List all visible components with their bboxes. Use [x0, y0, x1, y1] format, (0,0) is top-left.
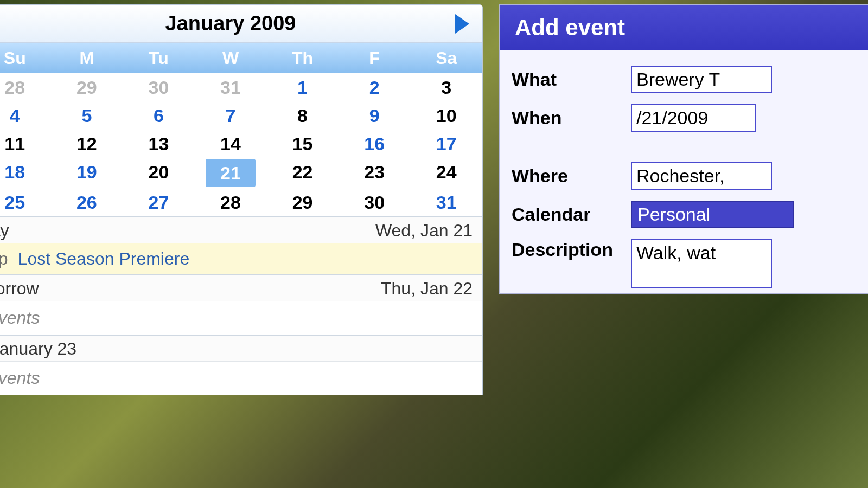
date-cell[interactable]: 18: [0, 158, 51, 186]
date-cell[interactable]: 28: [0, 73, 51, 101]
date-cell[interactable]: 11: [0, 130, 51, 158]
agenda-section-header: morrowThu, Jan 22: [0, 274, 482, 301]
date-cell[interactable]: 14: [195, 130, 267, 158]
date-cell[interactable]: 31: [410, 188, 482, 216]
label-where: Where: [512, 165, 620, 187]
agenda-item[interactable]: 8pLost Season Premiere: [0, 243, 482, 274]
date-cell[interactable]: 12: [51, 130, 123, 158]
add-event-panel: Add event What When Where Calendar Perso…: [499, 4, 868, 294]
what-input[interactable]: [631, 66, 772, 93]
dow-cell: Tu: [123, 43, 195, 73]
date-cell[interactable]: 6: [123, 101, 195, 130]
date-cell[interactable]: 31: [195, 73, 267, 101]
calendar-grid: 2829303112345678910111213141516171819202…: [0, 73, 482, 216]
dow-cell: Th: [266, 43, 339, 73]
agenda-no-events: events: [0, 301, 482, 335]
date-cell[interactable]: 2: [339, 73, 411, 101]
dow-cell: W: [195, 43, 267, 73]
agenda-header-left: day: [0, 221, 9, 241]
agenda: dayWed, Jan 218pLost Season Premieremorr…: [0, 216, 482, 395]
date-cell[interactable]: 1: [266, 73, 339, 101]
dow-cell: F: [339, 43, 411, 73]
label-what: What: [512, 69, 620, 90]
label-calendar: Calendar: [512, 204, 620, 225]
when-input[interactable]: [631, 104, 756, 132]
date-cell[interactable]: 20: [123, 158, 195, 186]
date-cell[interactable]: 26: [51, 188, 123, 216]
date-cell[interactable]: 16: [339, 130, 411, 158]
date-cell[interactable]: 30: [123, 73, 195, 101]
agenda-header-right: Thu, Jan 22: [381, 279, 473, 299]
add-event-title: Add event: [500, 5, 868, 50]
agenda-header-right: Wed, Jan 21: [375, 221, 473, 241]
agenda-item-time: 8p: [0, 249, 8, 269]
date-cell[interactable]: 13: [123, 130, 195, 158]
description-textarea[interactable]: [631, 239, 772, 288]
dow-cell: M: [51, 43, 123, 73]
agenda-item-title: Lost Season Premiere: [18, 249, 190, 269]
row-description: Description: [500, 234, 868, 293]
date-cell[interactable]: 15: [266, 130, 339, 158]
agenda-section-header: dayWed, Jan 21: [0, 216, 482, 243]
calendar-select[interactable]: Personal: [631, 201, 794, 228]
date-cell[interactable]: 21: [206, 159, 256, 187]
date-cell[interactable]: 3: [410, 73, 482, 101]
agenda-no-events: events: [0, 361, 482, 395]
day-of-week-row: SuMTuWThFSa: [0, 43, 482, 73]
date-cell[interactable]: 10: [410, 101, 482, 130]
row-calendar: Calendar Personal: [500, 195, 868, 234]
agenda-section-header: . January 23: [0, 335, 482, 361]
date-cell[interactable]: 7: [195, 101, 267, 130]
month-title: January 2009: [165, 12, 296, 35]
agenda-header-left: . January 23: [0, 339, 76, 359]
next-month-icon[interactable]: [455, 14, 469, 34]
date-cell[interactable]: 19: [51, 158, 123, 186]
date-cell[interactable]: 30: [339, 188, 411, 216]
date-cell[interactable]: 29: [51, 73, 123, 101]
row-when: When: [500, 99, 868, 137]
date-cell[interactable]: 28: [195, 188, 267, 216]
where-input[interactable]: [631, 162, 772, 190]
date-cell[interactable]: 4: [0, 101, 51, 130]
date-cell[interactable]: 24: [410, 158, 482, 186]
date-cell[interactable]: 27: [123, 188, 195, 216]
label-when: When: [512, 107, 620, 129]
row-what: What: [500, 60, 868, 99]
date-cell[interactable]: 23: [339, 158, 411, 186]
date-cell[interactable]: 29: [266, 188, 339, 216]
date-cell[interactable]: 5: [51, 101, 123, 130]
label-description: Description: [512, 239, 620, 260]
dow-cell: Su: [0, 43, 51, 73]
date-cell[interactable]: 22: [266, 158, 339, 186]
agenda-header-left: morrow: [0, 279, 39, 299]
date-cell[interactable]: 25: [0, 188, 51, 216]
row-where: Where: [500, 157, 868, 195]
calendar-panel: January 2009 SuMTuWThFSa 282930311234567…: [0, 4, 483, 395]
date-cell[interactable]: 9: [339, 101, 411, 130]
dow-cell: Sa: [410, 43, 482, 73]
date-cell[interactable]: 17: [410, 130, 482, 158]
date-cell[interactable]: 8: [266, 101, 339, 130]
calendar-header: January 2009: [0, 5, 482, 43]
